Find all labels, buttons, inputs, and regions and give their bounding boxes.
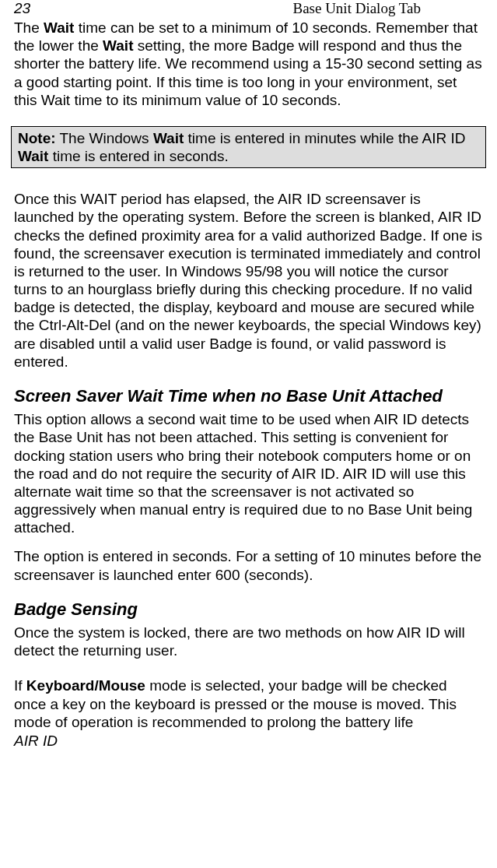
note-text: Note: The Windows Wait time is entered i… — [18, 129, 479, 165]
page-number: 23 — [14, 0, 30, 17]
text-fragment: The Windows — [56, 130, 153, 146]
header-title: Base Unit Dialog Tab — [292, 0, 421, 17]
bold-wait: Wait — [44, 19, 74, 36]
bold-wait: Wait — [103, 37, 133, 54]
bold-note-label: Note: — [18, 130, 56, 146]
paragraph-two-methods: Once the system is locked, there are two… — [14, 624, 483, 659]
text-fragment: If — [14, 677, 26, 694]
paragraph-wait-elapsed: Once this WAIT period has elapsed, the A… — [14, 190, 483, 371]
note-box: Note: The Windows Wait time is entered i… — [11, 126, 486, 168]
text-fragment: time is entered in seconds. — [48, 148, 228, 164]
paragraph-seconds-example: The option is entered in seconds. For a … — [14, 547, 483, 583]
page-header: 23 Base Unit Dialog Tab — [14, 0, 483, 17]
paragraph-keyboard-mouse: If Keyboard/Mouse mode is selected, your… — [14, 676, 483, 731]
paragraph-no-base-option: This option allows a second wait time to… — [14, 410, 483, 536]
text-fragment: time is entered in minutes while the AIR… — [184, 130, 465, 146]
paragraph-wait-time: The Wait time can be set to a minimum of… — [14, 19, 483, 109]
footer-product-name: AIR ID — [14, 733, 483, 750]
text-fragment: The — [14, 19, 44, 36]
bold-wait: Wait — [153, 130, 184, 146]
heading-badge-sensing: Badge Sensing — [14, 599, 483, 619]
bold-wait: Wait — [18, 148, 48, 164]
bold-keyboard-mouse: Keyboard/Mouse — [26, 677, 145, 694]
heading-screensaver-no-base: Screen Saver Wait Time when no Base Unit… — [14, 386, 483, 406]
